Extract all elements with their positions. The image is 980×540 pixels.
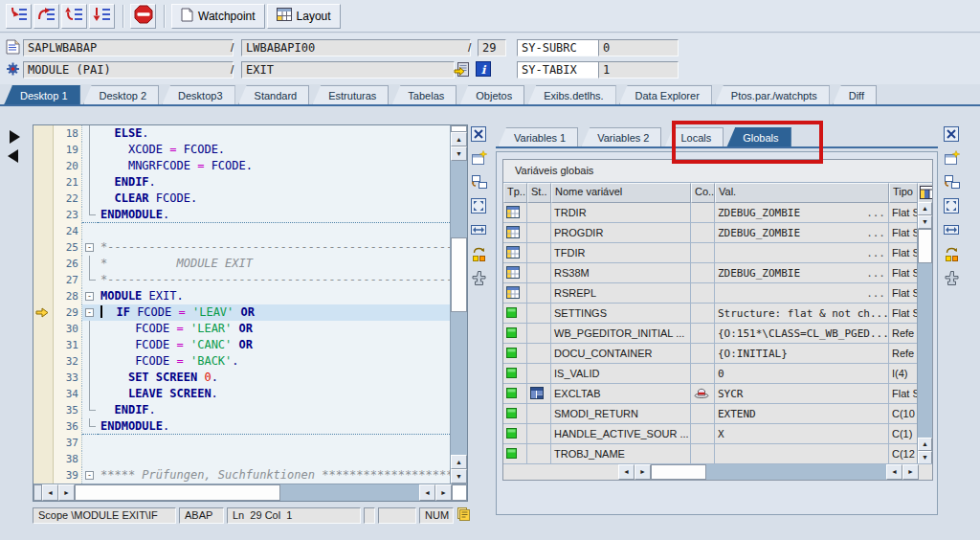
breakpoint-margin[interactable]	[33, 321, 54, 337]
tab-objetos[interactable]: Objetos	[459, 85, 524, 105]
tab-estruturas[interactable]: Estruturas	[312, 85, 389, 105]
info-icon[interactable]: i	[476, 61, 491, 79]
tab-ptos-par-watchpts[interactable]: Ptos.par./watchpts	[715, 85, 830, 105]
line-number-field[interactable]: 29	[478, 39, 506, 56]
fit-width-icon[interactable]	[944, 222, 961, 239]
breakpoint-margin[interactable]	[33, 418, 54, 435]
code-line[interactable]: 32 FCODE = 'BACK'.	[33, 353, 450, 370]
table-scroll-left-icon[interactable]: ◄	[618, 464, 635, 480]
tab-desktop-2[interactable]: Desktop 2	[83, 85, 160, 105]
table-row[interactable]: RS38MZDEBUG_ZOMBIE...Flat S	[503, 263, 932, 283]
fit-width-icon[interactable]	[471, 222, 488, 239]
table-row[interactable]: SMODI_RETURNEXTENDC(10	[503, 404, 932, 424]
breakpoint-margin[interactable]	[33, 386, 54, 402]
code-line[interactable]: 21 ENDIF.	[33, 174, 450, 191]
code-line[interactable]: 31 FCODE = 'CANC' OR	[33, 337, 450, 353]
new-window-icon[interactable]	[944, 150, 961, 168]
tab-desktop3[interactable]: Desktop3	[162, 85, 234, 105]
editor-horizontal-scrollbar[interactable]: ◄ ► ◄ ►	[33, 484, 467, 501]
breakpoint-margin[interactable]	[33, 304, 54, 321]
tool-services-icon[interactable]	[944, 270, 961, 287]
code-line[interactable]: 33 SET SCREEN 0.	[33, 370, 450, 386]
breakpoint-margin[interactable]	[33, 174, 54, 191]
breakpoint-margin[interactable]	[33, 272, 54, 288]
breakpoint-margin[interactable]	[33, 256, 54, 272]
code-line[interactable]: 38	[33, 451, 450, 467]
table-row[interactable]: SETTINGSStructure: flat & not ch...Flat …	[503, 304, 932, 324]
stop-debugger-button[interactable]	[130, 4, 156, 29]
editor-hscroll-thumb[interactable]	[75, 484, 280, 501]
table-row[interactable]: IS_VALID0I(4)	[503, 364, 932, 384]
scroll-down-icon[interactable]: ▼	[451, 146, 467, 161]
scroll-right-icon[interactable]: ►	[58, 484, 75, 501]
code-line[interactable]: 28-MODULE EXIT.	[33, 288, 450, 304]
new-window-icon[interactable]	[471, 150, 488, 168]
scroll-left-icon-2[interactable]: ◄	[419, 484, 435, 501]
code-line[interactable]: 34 LEAVE SCREEN.	[33, 386, 450, 402]
breakpoint-margin[interactable]	[33, 142, 54, 158]
breakpoint-margin[interactable]	[33, 337, 54, 353]
code-line[interactable]: 25-*------------------------------------…	[33, 239, 450, 256]
column-header-co-[interactable]: Co..	[691, 183, 715, 203]
step-into-button[interactable]	[6, 4, 32, 29]
breakpoint-margin[interactable]	[33, 435, 54, 451]
refresh-variables-icon[interactable]	[471, 246, 488, 263]
code-line[interactable]: 24	[33, 223, 450, 239]
breakpoint-margin[interactable]	[33, 191, 54, 207]
table-scroll-up-icon-2[interactable]: ▲	[918, 438, 932, 451]
column-header-st-[interactable]: St..	[527, 183, 551, 203]
code-lines[interactable]: 18 ELSE.19 XCODE = FCODE.20 MNGRFCODE = …	[33, 125, 450, 484]
tab-diff[interactable]: Diff	[833, 85, 877, 105]
scroll-down-icon-2[interactable]: ▼	[451, 469, 467, 484]
table-row[interactable]: HANDLE_ACTIVE_SOUR ...XC(1)	[503, 424, 932, 444]
swap-panels-icon[interactable]	[471, 174, 488, 191]
scroll-up-icon[interactable]: ▲	[451, 132, 467, 146]
event-name-field[interactable]: EXIT	[241, 61, 455, 79]
maximize-panel-icon[interactable]	[944, 198, 961, 215]
table-row[interactable]: RSREPL...Flat S	[503, 283, 932, 304]
table-vertical-scrollbar[interactable]: ▲ ▼ ▲ ▼	[917, 202, 932, 464]
breakpoint-margin[interactable]	[33, 370, 54, 386]
code-line[interactable]: 22 CLEAR FCODE.	[33, 191, 450, 207]
continue-button[interactable]	[89, 4, 115, 29]
table-row[interactable]: TROBJ_NAMEC(12	[503, 444, 932, 464]
table-scroll-up-icon[interactable]: ▲	[918, 202, 932, 215]
include-field[interactable]: LWBABAPI00	[241, 39, 471, 56]
scroll-right-icon-2[interactable]: ►	[435, 484, 452, 501]
splitter-handle[interactable]	[451, 125, 467, 132]
nav-back-icon[interactable]	[8, 149, 18, 163]
table-row[interactable]: TRDIRZDEBUG_ZOMBIE...Flat S	[503, 203, 932, 223]
notes-icon[interactable]	[457, 507, 471, 524]
tool-services-icon[interactable]	[471, 270, 488, 287]
table-row[interactable]: WB_PGEDITOR_INITIAL ...{O:151*\CLASS=CL_…	[503, 324, 932, 344]
scroll-up-icon-2[interactable]: ▲	[451, 455, 467, 469]
column-header-tipo[interactable]: Tipo	[889, 183, 918, 203]
table-horizontal-scrollbar[interactable]: ◄ ► ◄ ►	[503, 463, 932, 480]
layout-button[interactable]: Layout	[267, 4, 341, 29]
editor-vscroll-thumb[interactable]	[451, 237, 467, 312]
vartab-globals[interactable]: Globals	[726, 127, 791, 147]
table-row[interactable]: TFDIR...Flat S	[503, 243, 932, 263]
tab-desktop-1[interactable]: Desktop 1	[4, 85, 80, 105]
vartab-variables-2[interactable]: Variables 2	[581, 127, 661, 147]
breakpoint-margin[interactable]	[33, 207, 54, 223]
table-scroll-down-icon-2[interactable]: ▼	[918, 451, 932, 464]
code-line[interactable]: 37	[33, 435, 450, 451]
table-scroll-right-icon-2[interactable]: ►	[902, 464, 919, 480]
tab-exibs-detlhs-[interactable]: Exibs.detlhs.	[527, 85, 615, 105]
column-config-icon[interactable]	[920, 190, 933, 201]
breakpoint-margin[interactable]	[33, 451, 54, 467]
table-hscroll-thumb[interactable]	[651, 464, 706, 480]
scroll-left-icon[interactable]: ◄	[42, 484, 58, 501]
breakpoint-margin[interactable]	[33, 158, 54, 174]
breakpoint-margin[interactable]	[33, 125, 54, 142]
step-over-button[interactable]	[33, 4, 59, 29]
code-line[interactable]: 19 XCODE = FCODE.	[33, 142, 450, 158]
breakpoint-margin[interactable]	[33, 288, 54, 304]
editor-vertical-scrollbar[interactable]: ▲ ▼ ▲ ▼	[450, 125, 467, 484]
breakpoint-margin[interactable]	[33, 353, 54, 370]
code-line[interactable]: 23ENDMODULE.	[33, 207, 450, 223]
code-line[interactable]: 18 ELSE.	[33, 125, 450, 142]
table-scroll-right-icon[interactable]: ►	[635, 464, 651, 480]
breakpoint-margin[interactable]	[33, 402, 54, 418]
